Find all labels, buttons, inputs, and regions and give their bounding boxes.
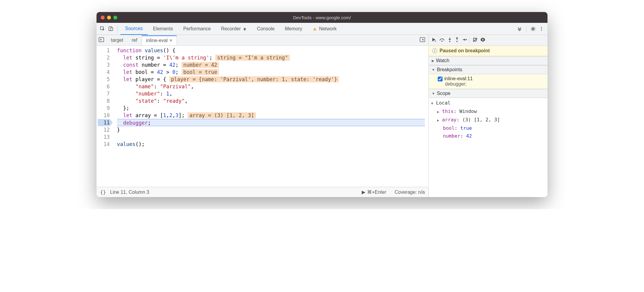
debugger-toolbar (429, 35, 547, 46)
window-titlebar: DevTools - www.google.com/ (97, 12, 547, 23)
step-over-icon[interactable] (439, 37, 445, 44)
inline-value-hint: number = 42 (182, 62, 219, 68)
svg-point-11 (466, 39, 467, 40)
kebab-menu-icon[interactable] (537, 25, 546, 33)
tab-performance[interactable]: Performance (178, 23, 216, 35)
scope-var-bool: bool: true (431, 124, 545, 132)
svg-point-10 (456, 41, 458, 42)
breakpoint-item[interactable]: inline-eval:11 debugger; (429, 74, 547, 89)
tab-recorder[interactable]: Recorder (216, 23, 252, 35)
svg-point-4 (541, 28, 542, 29)
coverage-label: Coverage: n/a (394, 190, 425, 195)
breakpoint-checkbox[interactable] (438, 77, 443, 81)
scope-var-number: number: 42 (431, 132, 545, 140)
inline-value-hint: array = (3) [1, 2, 3] (188, 112, 256, 118)
more-tabs-icon[interactable] (515, 25, 524, 33)
navigator-toggle-icon[interactable] (98, 37, 104, 44)
code-line[interactable]: let array = [1,2,3];array = (3) [1, 2, 3… (117, 112, 425, 119)
svg-point-5 (541, 30, 542, 31)
run-shortcut-label: ⌘+Enter (367, 189, 386, 195)
code-editor[interactable]: 1234567891011121314 function values() { … (97, 46, 428, 187)
inspect-element-icon[interactable] (98, 25, 107, 33)
file-tab-bar: targetrefinline-eval× (97, 35, 428, 46)
file-tab-ref[interactable]: ref (127, 35, 142, 45)
maximize-window-button[interactable] (113, 16, 117, 20)
main-tab-bar: SourcesElementsPerformanceRecorder Conso… (97, 23, 547, 35)
watch-section-header[interactable]: ▶ Watch (429, 56, 547, 65)
step-icon[interactable] (462, 37, 467, 44)
scope-section-header[interactable]: ▼ Scope (429, 89, 547, 98)
scope-var-array[interactable]: ▶ array: (3) [1, 2, 3] (431, 116, 545, 124)
info-icon: i (432, 48, 437, 53)
run-snippet-icon[interactable]: ▶ (362, 189, 365, 195)
paused-banner: i Paused on breakpoint (429, 46, 547, 56)
pretty-print-icon[interactable]: {} (100, 189, 106, 195)
devtools-window: DevTools - www.google.com/ SourcesElemen… (97, 12, 547, 197)
code-line[interactable]: debugger; (117, 119, 425, 126)
code-line[interactable]: "name": "Parzival", (117, 83, 425, 90)
tab-elements[interactable]: Elements (148, 23, 178, 35)
device-toolbar-icon[interactable] (107, 25, 115, 33)
expand-triangle-icon: ▼ (432, 92, 435, 95)
code-line[interactable] (117, 133, 425, 141)
deactivate-breakpoints-icon[interactable] (472, 37, 478, 44)
svg-point-8 (441, 41, 443, 42)
code-line[interactable]: let player = {player = {name: 'Parzival'… (117, 76, 425, 83)
code-line[interactable]: "number": 1, (117, 90, 425, 97)
minimize-window-button[interactable] (107, 16, 111, 20)
tab-sources[interactable]: Sources (120, 23, 148, 35)
breakpoints-section-header[interactable]: ▼ Breakpoints (429, 65, 547, 74)
more-options-icon[interactable] (419, 37, 425, 44)
resume-script-icon[interactable] (431, 37, 437, 44)
code-line[interactable]: function values() { (117, 47, 425, 54)
code-line[interactable]: const number = 42;number = 42 (117, 61, 425, 68)
tab-network[interactable]: ▲ Network (308, 23, 342, 35)
settings-icon[interactable] (529, 25, 537, 33)
inline-value-hint: bool = true (182, 69, 219, 75)
cursor-position: Line 11, Column 3 (110, 190, 149, 195)
code-line[interactable]: let string = 'I\'m a string';string = "I… (117, 54, 425, 61)
svg-point-9 (449, 41, 450, 42)
code-line[interactable]: "state": "ready", (117, 97, 425, 105)
window-title: DevTools - www.google.com/ (97, 15, 547, 20)
debugger-sidebar: i Paused on breakpoint ▶ Watch ▼ Breakpo… (429, 35, 547, 197)
file-tab-target[interactable]: target (107, 35, 127, 45)
inline-value-hint: player = {name: 'Parzival', number: 1, s… (169, 76, 339, 82)
editor-status-bar: {} Line 11, Column 3 ▶ ⌘+Enter Coverage:… (97, 187, 428, 197)
collapse-triangle-icon: ▶ (432, 59, 434, 63)
svg-rect-2 (111, 28, 113, 31)
inline-value-hint: string = "I'm a string" (215, 55, 290, 61)
code-line[interactable]: }; (117, 105, 425, 112)
code-line[interactable]: } (117, 126, 425, 133)
scope-local-header[interactable]: ▼ Local (431, 99, 545, 108)
tab-memory[interactable]: Memory (280, 23, 307, 35)
tab-console[interactable]: Console (252, 23, 280, 35)
step-out-icon[interactable] (455, 37, 459, 44)
expand-triangle-icon: ▼ (432, 68, 435, 71)
svg-point-3 (541, 27, 542, 28)
close-window-button[interactable] (101, 16, 105, 20)
step-into-icon[interactable] (447, 37, 452, 44)
file-tab-inline-eval[interactable]: inline-eval× (142, 35, 177, 45)
pause-exceptions-icon[interactable] (480, 37, 486, 44)
code-line[interactable]: values(); (117, 141, 425, 148)
close-tab-icon[interactable]: × (170, 38, 172, 43)
scope-var-this[interactable]: ▶ this: Window (431, 108, 545, 116)
code-line[interactable]: let bool = 42 > 0;bool = true (117, 68, 425, 76)
